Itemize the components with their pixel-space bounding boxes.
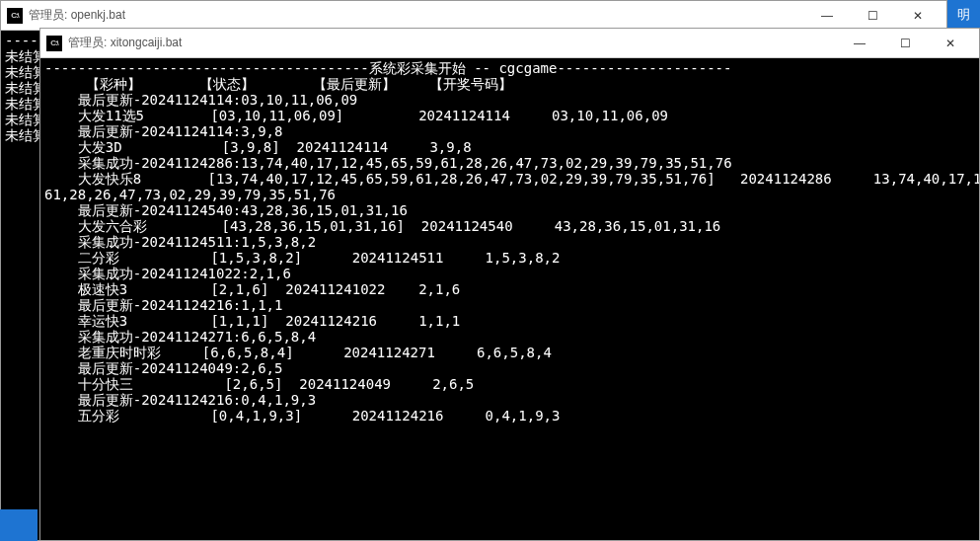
close-button[interactable]: ✕ <box>928 29 973 58</box>
titlebar-openkj[interactable]: C:\ 管理员: openkj.bat — ☐ ✕ <box>1 1 946 31</box>
background-tag: 明 <box>947 0 980 30</box>
title-prefix: 管理员: <box>29 8 71 22</box>
title-prefix: 管理员: <box>68 36 111 49</box>
cmd-icon: C:\ <box>7 8 23 24</box>
window-controls: — ☐ ✕ <box>804 1 941 31</box>
close-icon: ✕ <box>913 9 923 23</box>
window-xitongcaiji: C:\ 管理员: xitongcaiji.bat — ☐ ✕ ---------… <box>39 28 980 541</box>
minimize-icon: — <box>821 9 833 23</box>
minimize-button[interactable]: — <box>804 1 850 31</box>
terminal-output-xitongcaiji: ---------------------------------------系… <box>40 58 979 540</box>
maximize-button[interactable]: ☐ <box>850 1 895 31</box>
maximize-icon: ☐ <box>867 9 878 23</box>
cmd-icon: C:\ <box>46 36 62 51</box>
window-title: 管理员: xitongcaiji.bat <box>68 35 837 51</box>
maximize-button[interactable]: ☐ <box>882 29 928 58</box>
minimize-icon: — <box>854 37 866 50</box>
title-file: openkj.bat <box>71 8 125 22</box>
close-icon: ✕ <box>945 37 955 50</box>
maximize-icon: ☐ <box>900 37 911 50</box>
minimize-button[interactable]: — <box>837 29 882 58</box>
window-controls: — ☐ ✕ <box>837 29 973 58</box>
close-button[interactable]: ✕ <box>895 1 941 31</box>
titlebar-xitongcaiji[interactable]: C:\ 管理员: xitongcaiji.bat — ☐ ✕ <box>40 29 979 58</box>
background-tag-label: 明 <box>957 6 970 24</box>
title-file: xitongcaiji.bat <box>111 36 183 49</box>
taskbar-fragment <box>0 509 38 541</box>
window-title: 管理员: openkj.bat <box>29 7 804 24</box>
